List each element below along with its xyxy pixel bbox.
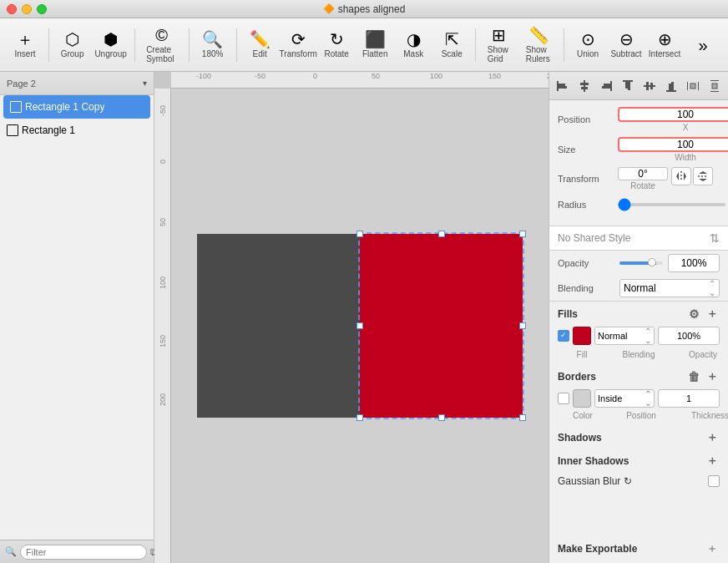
borders-add-button[interactable]: ＋ [705,369,720,384]
ruler-mark: 150 [159,335,167,347]
scale-button[interactable]: ⇱ Scale [433,23,470,67]
filter-input[interactable] [20,545,147,560]
gaussian-refresh-icon[interactable]: ↻ [624,475,632,487]
close-button[interactable] [7,4,17,14]
align-top-button[interactable] [618,76,638,96]
canvas-content[interactable] [171,89,549,563]
distribute-v-button[interactable] [705,76,725,96]
flatten-button[interactable]: ⬛ Flatten [356,23,393,67]
fill-blend-select[interactable]: Normal ⌃⌄ [594,327,655,345]
rotate-icon: ↻ [330,31,344,48]
shared-style-arrow[interactable]: ⇅ [710,231,720,245]
group-button[interactable]: ⬡ Group [54,23,91,67]
fill-swatch[interactable] [573,327,591,345]
titlebar: 🔶 shapes aligned [0,0,728,18]
divider-5 [475,28,476,62]
divider-4 [236,28,237,62]
handle-br[interactable] [519,414,526,421]
transform-button[interactable]: ⟳ Transform [280,23,316,67]
zoom-control[interactable]: 🔍 180% [195,23,231,67]
align-left-button[interactable] [553,76,573,96]
layer-name: Rectangle 1 Copy [25,101,104,113]
handle-tm[interactable] [438,231,445,237]
ruler-mark: -50 [255,72,265,80]
handle-mr[interactable] [519,322,526,329]
borders-settings-button[interactable]: 🗑 [686,369,701,384]
border-thickness-input[interactable] [658,389,720,408]
canvas-area[interactable]: -100 -50 0 50 100 150 200 -50 0 50 100 1… [154,72,549,563]
svg-rect-4 [580,83,589,85]
x-label: X [618,123,728,132]
edit-label: Edit [253,49,267,58]
handle-bl[interactable] [356,414,363,421]
ungroup-button[interactable]: ⬢ Ungroup [93,23,129,67]
svg-rect-17 [671,82,674,90]
width-input[interactable] [618,137,728,152]
rotate-button[interactable]: ↻ Rotate [318,23,355,67]
flatten-label: Flatten [362,49,388,58]
inner-shadows-actions: ＋ [705,454,720,469]
intersect-button[interactable]: ⊕ Intersect [646,23,683,67]
blending-value: Normal [624,282,656,294]
mask-button[interactable]: ◑ Mask [395,23,432,67]
inner-shadows-add-button[interactable]: ＋ [705,454,720,469]
align-middle-v-button[interactable] [640,76,660,96]
fill-checkbox[interactable] [558,330,569,342]
gaussian-blur-row: Gaussian Blur ↻ [549,472,728,490]
opacity-thumb[interactable] [648,258,656,266]
align-center-h-button[interactable] [574,76,594,96]
window-title: 🔶 shapes aligned [323,3,406,15]
create-symbol-button[interactable]: © Create Symbol [139,23,184,67]
border-checkbox[interactable] [558,393,569,404]
gaussian-blur-text: Gaussian Blur [558,475,620,487]
ruler-mark: -100 [196,72,211,80]
show-rulers-button[interactable]: 📏 Show Rulers [519,23,559,67]
svg-rect-6 [610,81,612,91]
handle-bm[interactable] [438,414,445,421]
flip-v-button[interactable] [693,167,713,185]
divider-6 [564,28,564,62]
x-input[interactable] [618,107,728,122]
minimize-button[interactable] [22,4,32,14]
layer-item[interactable]: Rectangle 1 Copy [3,95,150,119]
gaussian-blur-label: Gaussian Blur ↻ [558,475,632,487]
align-right-button[interactable] [596,76,616,96]
flip-h-button[interactable] [671,167,691,185]
radius-slider[interactable] [618,203,725,206]
svg-rect-8 [602,86,610,89]
border-swatch[interactable] [573,389,591,408]
insert-icon: ＋ [17,31,33,48]
rectangle-1[interactable] [197,234,360,418]
rotate-input[interactable] [618,167,668,180]
opacity-input[interactable] [668,254,720,272]
union-button[interactable]: ⊙ Union [569,23,606,67]
handle-ml[interactable] [356,322,363,329]
fill-opacity-input[interactable] [658,327,720,345]
svg-rect-14 [650,83,653,89]
border-position-select[interactable]: Inside ⌃⌄ [594,389,655,408]
show-grid-button[interactable]: ⊞ Show Grid [481,23,518,67]
subtract-button[interactable]: ⊖ Subtract [608,23,645,67]
shadows-add-button[interactable]: ＋ [705,430,720,445]
handle-tr[interactable] [519,231,526,237]
maximize-button[interactable] [37,4,47,14]
align-bottom-button[interactable] [661,76,681,96]
blending-select[interactable]: Normal ⌃⌄ [619,279,720,297]
distribute-h-button[interactable] [683,76,703,96]
make-exportable-add-button[interactable]: ＋ [705,541,720,556]
fills-add-button[interactable]: ＋ [705,307,720,322]
fills-settings-button[interactable]: ⚙ [686,307,701,322]
rectangle-1-copy[interactable] [360,234,523,418]
flip-buttons [671,167,713,185]
insert-button[interactable]: ＋ Insert [7,23,43,67]
shared-style-section[interactable]: No Shared Style ⇅ [549,226,728,251]
layer-item[interactable]: Rectangle 1 [0,119,154,142]
opacity-slider[interactable] [619,261,663,265]
gaussian-blur-checkbox[interactable] [708,475,720,487]
expand-icon[interactable]: ▾ [143,79,147,88]
handle-tl[interactable] [356,231,363,237]
divider-1 [48,28,49,62]
grid-icon: ⊞ [492,27,506,43]
more-button[interactable]: » [685,23,721,67]
edit-button[interactable]: ✏️ Edit [241,23,278,67]
